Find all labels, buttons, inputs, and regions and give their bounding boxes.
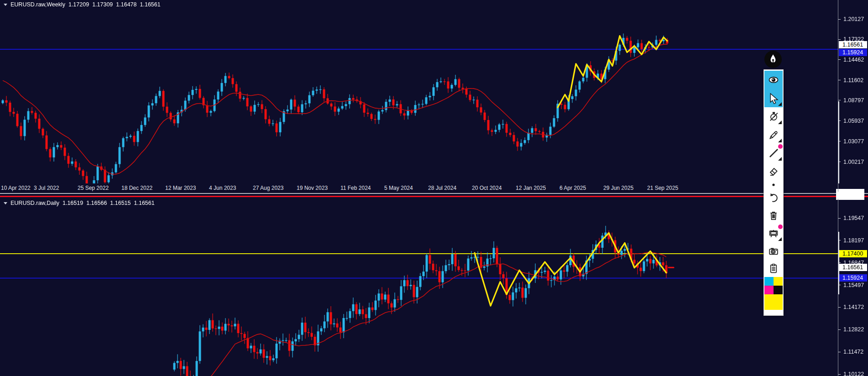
axis-tick-mark: [838, 19, 841, 20]
clipboard-button[interactable]: [764, 260, 783, 277]
toolbar-active-group: [764, 71, 783, 107]
axis-tick-mark: [838, 307, 841, 308]
line-tool-button[interactable]: [764, 144, 783, 162]
daily-close: 1.16561: [134, 200, 155, 206]
date-axis-label: 20 Oct 2024: [472, 185, 502, 191]
color-swatch-yellow[interactable]: [774, 277, 783, 286]
price-level-badge: 1.16561: [839, 264, 867, 271]
daily-chart-canvas[interactable]: [0, 199, 838, 376]
daily-low: 1.16515: [110, 200, 131, 206]
date-axis-label: 25 Sep 2022: [78, 185, 109, 191]
daily-price-axis[interactable]: 1.195471.181971.168471.154971.141721.128…: [838, 199, 868, 376]
window-splitter-groove[interactable]: [0, 193, 868, 194]
date-axis-label: 10 Apr 2022: [1, 185, 31, 191]
undo-arrow-icon: [768, 192, 779, 204]
delete-button[interactable]: [764, 207, 783, 224]
axis-tick-label: 1.19547: [843, 215, 864, 221]
axis-tick-label: 1.08797: [843, 97, 864, 104]
timer-off-button[interactable]: [764, 107, 783, 125]
axis-tick-mark: [838, 374, 841, 375]
price-level-badge: 1.15924: [839, 49, 867, 56]
color-swatch-magenta[interactable]: [764, 286, 774, 294]
cursor-icon: [768, 93, 779, 104]
weekly-chart-title: EURUSD.raw,Weekly 1.17209 1.17309 1.1647…: [4, 1, 161, 8]
projector-icon: [768, 227, 779, 239]
projector-color-dot: [778, 225, 783, 229]
pencil-icon: [768, 129, 779, 141]
date-axis-label: 28 Jul 2024: [428, 185, 456, 191]
axis-tick-label: 1.00217: [843, 159, 864, 165]
date-axis-label: 6 Apr 2025: [559, 185, 586, 191]
axis-tick-label: 1.05937: [843, 118, 864, 124]
eye-icon: [768, 74, 779, 86]
axis-tick-label: 1.03077: [843, 138, 864, 145]
projector-button[interactable]: [764, 224, 783, 242]
axis-tick-mark: [838, 80, 841, 80]
dot-icon: [771, 182, 776, 188]
window-splitter-highlight[interactable]: [0, 196, 868, 197]
date-axis-label: 4 Jun 2023: [209, 185, 236, 191]
line-icon: [768, 147, 779, 159]
stopwatch-off-icon: [768, 111, 779, 122]
price-level-badge: 1.17400: [839, 250, 867, 257]
date-axis-label: 11 Feb 2024: [340, 185, 371, 191]
weekly-low: 1.16478: [116, 1, 136, 8]
camera-button[interactable]: [764, 242, 783, 260]
camera-icon: [768, 245, 779, 257]
axis-tick-label: 1.11602: [843, 77, 863, 84]
date-axis-label: 27 Aug 2023: [253, 185, 283, 191]
eraser-button[interactable]: [764, 162, 783, 180]
collapse-triangle-icon[interactable]: [4, 202, 7, 204]
axis-tick-label: 1.14172: [843, 304, 864, 310]
axis-tick-mark: [838, 100, 841, 100]
weekly-open: 1.17209: [68, 1, 89, 8]
pencil-button[interactable]: [764, 125, 783, 144]
axis-tick-mark: [838, 59, 841, 60]
weekly-ohlc-quotes: 1.17209 1.17309 1.16478 1.16561: [68, 1, 161, 8]
axis-tick-label: 1.11472: [843, 349, 863, 355]
annotation-toolbar: [763, 69, 784, 316]
weekly-axis-scrollbar[interactable]: [838, 101, 839, 183]
dot-separator: [764, 180, 783, 189]
date-axis-label: 19 Nov 2023: [297, 185, 328, 191]
date-axis-label: 18 Dec 2022: [121, 185, 152, 191]
date-axis-label: 29 Jun 2025: [603, 185, 633, 191]
date-axis-label: 21 Sep 2025: [647, 185, 678, 191]
weekly-chart-canvas[interactable]: [0, 0, 838, 183]
daily-ohlc-quotes: 1.16519 1.16566 1.16515 1.16561: [63, 200, 155, 206]
collapse-triangle-icon[interactable]: [4, 4, 7, 6]
axis-tick-mark: [838, 39, 841, 40]
axis-tick-label: 1.12822: [843, 326, 864, 333]
daily-axis-scrollbar[interactable]: [838, 232, 839, 294]
axis-tick-label: 1.14462: [843, 57, 864, 63]
axis-tick-label: 1.10122: [843, 371, 864, 376]
price-level-badge: 1.15924: [839, 274, 867, 282]
pen-nib-icon: [767, 53, 779, 65]
axis-tick-mark: [838, 329, 841, 330]
active-color-swatch[interactable]: [764, 294, 783, 310]
visibility-button[interactable]: [764, 71, 783, 89]
price-level-badge: 1.16561: [839, 41, 867, 48]
date-axis-label: 5 May 2024: [384, 185, 413, 191]
clipboard-icon: [768, 262, 779, 274]
date-axis-label: 3 Jul 2022: [34, 185, 59, 191]
fountain-pen-button[interactable]: [764, 51, 782, 68]
axis-tick-mark: [838, 352, 841, 352]
line-color-dot: [778, 144, 783, 149]
weekly-date-axis[interactable]: 10 Apr 20223 Jul 202225 Sep 202218 Dec 2…: [0, 183, 838, 192]
axis-tick-label: 1.20127: [843, 16, 864, 22]
daily-symbol-period: EURUSD.raw,Daily: [10, 200, 59, 206]
color-swatch-black[interactable]: [774, 286, 783, 294]
daily-high: 1.16566: [86, 200, 107, 206]
color-palette: [764, 277, 783, 294]
trash-icon: [768, 209, 779, 221]
weekly-symbol-period: EURUSD.raw,Weekly: [10, 1, 65, 8]
weekly-price-axis[interactable]: 1.201271.173221.144621.116021.087971.059…: [838, 0, 868, 192]
date-axis-label: 12 Jan 2025: [516, 185, 546, 191]
daily-open: 1.16519: [63, 200, 83, 206]
select-cursor-button[interactable]: [764, 89, 783, 107]
color-swatch-cyan[interactable]: [764, 277, 774, 286]
trading-terminal-chart-area: EURUSD.raw,Weekly 1.17209 1.17309 1.1647…: [0, 0, 868, 376]
axis-tick-label: 1.18197: [843, 237, 864, 244]
undo-button[interactable]: [764, 189, 783, 207]
